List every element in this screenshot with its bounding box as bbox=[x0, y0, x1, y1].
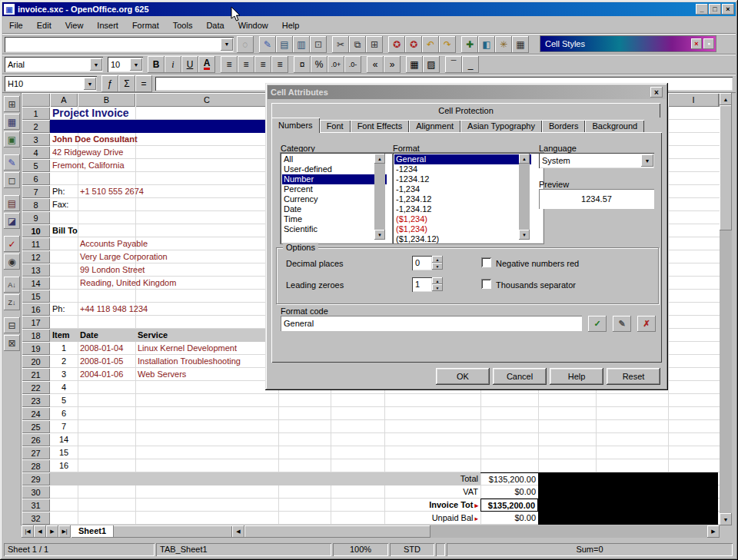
row-header-5[interactable]: 5 bbox=[22, 159, 50, 172]
insert-icon[interactable]: ⊞ bbox=[4, 96, 20, 112]
ok-button[interactable]: OK bbox=[436, 368, 490, 385]
cell-A20[interactable]: 2 bbox=[50, 355, 78, 368]
number-percent-button[interactable]: % bbox=[311, 56, 327, 73]
chart-icon[interactable]: ◪ bbox=[4, 213, 20, 229]
cell-F32[interactable]: Unpaid Bal bbox=[384, 512, 480, 525]
cell-A25[interactable]: 7 bbox=[50, 420, 78, 433]
row-header-7[interactable]: 7 bbox=[22, 185, 50, 198]
dialog-titlebar[interactable]: Cell Attributes × bbox=[268, 85, 666, 99]
statusbar-mode[interactable]: STD bbox=[390, 543, 434, 556]
cell-A7[interactable]: Ph: bbox=[50, 185, 78, 198]
cell-B19[interactable]: 2008-01-04 bbox=[78, 342, 135, 355]
cell-A23[interactable]: 5 bbox=[50, 394, 78, 407]
format-item-8[interactable]: ($1,234.12) bbox=[394, 234, 531, 244]
menu-format[interactable]: Format bbox=[125, 18, 166, 32]
chevron-down-icon[interactable]: ▼ bbox=[641, 154, 653, 167]
format-scrollbar[interactable]: ▲ ▼ bbox=[519, 154, 530, 240]
menu-view[interactable]: View bbox=[58, 18, 91, 32]
cell-styles-titlebar[interactable]: Cell Styles × ▪ bbox=[540, 36, 716, 51]
underline-button[interactable]: U bbox=[181, 56, 198, 73]
scroll-down-icon[interactable]: ▼ bbox=[720, 513, 732, 525]
help-button[interactable]: Help bbox=[550, 368, 603, 385]
column-header-b[interactable]: B bbox=[78, 93, 135, 107]
cancel-button[interactable]: Cancel bbox=[493, 368, 547, 385]
tab-borders[interactable]: Borders bbox=[542, 120, 586, 133]
decrease-indent-button[interactable]: « bbox=[367, 56, 384, 73]
align-right-button[interactable]: ≡ bbox=[254, 56, 271, 73]
cell-F30[interactable]: VAT bbox=[384, 485, 480, 499]
tab-font[interactable]: Font bbox=[320, 120, 351, 133]
cell-B20[interactable]: 2008-01-05 bbox=[78, 355, 135, 368]
row-header-19[interactable]: 19 bbox=[22, 342, 50, 355]
row-header-18[interactable]: 18 bbox=[22, 329, 50, 342]
row-header-24[interactable]: 24 bbox=[22, 407, 50, 420]
tab-alignment[interactable]: Alignment bbox=[409, 120, 460, 133]
next-sheet-button[interactable]: ▶ bbox=[46, 525, 58, 538]
font-name-combo[interactable]: Arial ▼ bbox=[5, 57, 103, 72]
group-icon[interactable]: ⊟ bbox=[4, 317, 20, 333]
increase-indent-button[interactable]: » bbox=[384, 56, 401, 73]
cell-B13[interactable]: 99 London Street bbox=[78, 263, 147, 277]
cell-A24[interactable]: 6 bbox=[50, 407, 78, 420]
row-header-8[interactable]: 8 bbox=[22, 198, 50, 211]
spin-up-icon[interactable]: ▲ bbox=[432, 256, 443, 263]
column-header-c[interactable]: C bbox=[135, 93, 278, 107]
cell-A28[interactable]: 16 bbox=[50, 459, 78, 472]
first-sheet-button[interactable]: |◀ bbox=[22, 525, 34, 538]
find-replace-icon[interactable]: ◉ bbox=[4, 253, 20, 270]
spin-up-icon[interactable]: ▲ bbox=[432, 277, 443, 284]
menu-tools[interactable]: Tools bbox=[166, 18, 200, 32]
cell-A16[interactable]: Ph: bbox=[50, 303, 78, 316]
column-header-i[interactable]: I bbox=[668, 93, 719, 107]
cell-A10[interactable]: Bill To bbox=[50, 224, 78, 237]
italic-button[interactable]: i bbox=[165, 56, 181, 73]
function-wizard-button[interactable]: ƒ bbox=[101, 75, 118, 92]
ungroup-icon[interactable]: ⊠ bbox=[4, 335, 20, 351]
cell-A22[interactable]: 4 bbox=[50, 381, 78, 394]
tab-asian-typography[interactable]: Asian Typography bbox=[460, 120, 542, 133]
cell-B18[interactable]: Date bbox=[78, 329, 135, 342]
format-item-2[interactable]: -1234.12 bbox=[394, 174, 531, 184]
cell-A18[interactable]: Item bbox=[50, 329, 78, 342]
cell-G29[interactable]: $135,200.00 bbox=[480, 472, 538, 485]
cell-C18[interactable]: Service bbox=[135, 329, 278, 342]
stamp2-icon[interactable]: ✪ bbox=[405, 36, 422, 53]
row-header-6[interactable]: 6 bbox=[22, 172, 50, 185]
scroll-right-icon[interactable]: ▶ bbox=[707, 525, 720, 538]
scroll-left-icon[interactable]: ◀ bbox=[232, 525, 244, 538]
row-header-26[interactable]: 26 bbox=[22, 433, 50, 446]
form-controls-icon[interactable]: ◻ bbox=[4, 172, 20, 188]
row-header-30[interactable]: 30 bbox=[22, 485, 50, 499]
row-header-1[interactable]: 1 bbox=[22, 107, 50, 120]
draw-functions-icon[interactable]: ✎ bbox=[4, 154, 20, 171]
scroll-down-icon[interactable]: ▼ bbox=[374, 230, 385, 240]
format-item-3[interactable]: -1,234 bbox=[394, 184, 531, 194]
row-header-14[interactable]: 14 bbox=[22, 277, 50, 290]
sort-ascending-icon[interactable]: A↓ bbox=[4, 277, 20, 293]
scroll-down-icon[interactable]: ▼ bbox=[519, 230, 530, 240]
row-header-29[interactable]: 29 bbox=[22, 472, 50, 485]
cut-icon[interactable]: ✂ bbox=[332, 36, 349, 53]
row-header-21[interactable]: 21 bbox=[22, 368, 50, 381]
chevron-down-icon[interactable]: ▼ bbox=[84, 78, 96, 90]
menu-file[interactable]: File bbox=[2, 18, 30, 32]
menu-help[interactable]: Help bbox=[275, 18, 307, 32]
row-header-20[interactable]: 20 bbox=[22, 355, 50, 368]
sheet-tab-sheet1[interactable]: Sheet1 bbox=[71, 525, 114, 538]
print-icon[interactable]: ⊡ bbox=[310, 36, 327, 53]
row-header-23[interactable]: 23 bbox=[22, 394, 50, 407]
format-item-7[interactable]: ($1,234) bbox=[394, 224, 531, 234]
font-color-button[interactable]: A bbox=[198, 56, 215, 73]
insert-cells-icon[interactable]: ▦ bbox=[4, 114, 20, 130]
font-size-combo[interactable]: 10 ▼ bbox=[108, 57, 143, 72]
sort-descending-icon[interactable]: Z↓ bbox=[4, 294, 20, 310]
align-justify-button[interactable]: ≡ bbox=[271, 56, 288, 73]
dialog-close-icon[interactable]: × bbox=[650, 87, 663, 98]
copy-icon[interactable]: ⧉ bbox=[349, 36, 366, 53]
maximize-button[interactable]: □ bbox=[709, 4, 721, 15]
row-header-15[interactable]: 15 bbox=[22, 290, 50, 303]
cell-A19[interactable]: 1 bbox=[50, 342, 78, 355]
close-button[interactable]: × bbox=[722, 4, 734, 15]
row-header-25[interactable]: 25 bbox=[22, 420, 50, 433]
cell-G31[interactable]: $135,200.00 bbox=[480, 499, 538, 512]
